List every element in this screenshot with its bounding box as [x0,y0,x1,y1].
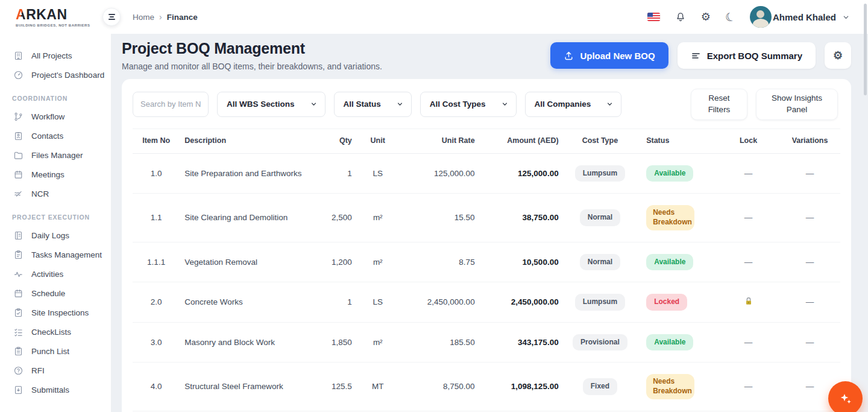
sidebar-item-daily-logs[interactable]: Daily Logs [0,226,111,245]
sidebar-item-label: Schedule [31,289,65,298]
breadcrumb-home[interactable]: Home [133,13,154,22]
cell-cost-type: Fixed [564,363,637,411]
list-checks-icon [13,327,24,337]
cell-lock: — [717,242,779,282]
cell-description: Site Preparation and Earthworks [180,153,313,194]
cell-description: Masonry and Block Work [180,322,313,363]
user-menu[interactable]: Ahmed Khaled [750,6,850,28]
table-row[interactable]: 1.1Site Clearing and Demolition2,500m²15… [133,194,840,242]
cell-lock: — [717,153,779,194]
sidebar-item-projects-dashboard[interactable]: Project's Dashboard [0,65,111,84]
folder-icon [13,150,24,160]
cell-qty: 2,500 [313,194,357,242]
show-insights-panel-button[interactable]: Show Insights Panel [756,89,838,120]
select-value: All Cost Types [430,100,486,109]
wbs-sections-filter[interactable]: All WBS Sections [217,92,326,117]
pulse-icon [13,269,24,279]
sidebar-item-workflow[interactable]: Workflow [0,107,111,126]
sidebar-item-submittals[interactable]: Submittals [0,380,111,399]
status-filter[interactable]: All Status [334,92,412,117]
sidebar-item-checklists[interactable]: CheckLists [0,322,111,341]
select-value: All Status [344,100,381,109]
sidebar-item-label: Site Inspections [31,308,89,317]
cell-qty: 1,200 [313,242,357,282]
page-title: Project BOQ Management [122,40,382,57]
table-row[interactable]: 3.0Masonry and Block Work1,850m²185.5034… [133,322,840,363]
moon-icon[interactable]: ☾ [725,11,735,23]
sidebar-item-label: Project's Dashboard [31,71,104,80]
sidebar-item-punch-list[interactable]: Punch List [0,341,111,361]
bell-icon[interactable] [675,11,687,23]
window-scrollbar[interactable] [864,4,867,95]
cell-unit-rate: 2,450,000.00 [399,282,480,323]
cell-status: Available [637,322,717,363]
workflow-branch-icon [13,112,24,122]
select-value: All Companies [535,100,591,109]
search-input[interactable] [133,92,209,117]
sidebar-item-files-manager[interactable]: Files Manager [0,145,111,165]
sidebar-item-rfi[interactable]: RFI [0,361,111,380]
cell-variations: — [779,194,840,242]
cell-unit: m² [357,322,399,363]
status-badge: Available [646,165,693,182]
table-row[interactable]: 2.0Concrete Works1LS2,450,000.002,450,00… [133,282,840,323]
reset-filters-button[interactable]: Reset Filters [691,89,747,120]
table-row[interactable]: 4.0Structural Steel Framework125.5MT8,75… [133,363,840,411]
calendar-icon [13,170,24,180]
filter-bar: All WBS Sections All Status All Cost Typ… [122,79,851,128]
sidebar-section-coordination: COORDINATION [12,95,111,102]
column-header: Amount (AED) [480,128,564,153]
column-header: Description [180,128,313,153]
sidebar-item-label: CheckLists [31,328,71,337]
align-left-icon [691,51,701,61]
cell-item-no: 1.1 [133,194,180,242]
cell-status: Needs Breakdown [637,363,717,411]
export-boq-summary-button[interactable]: Export BOQ Summary [678,42,816,69]
sidebar-item-contacts[interactable]: Contacts [0,126,111,145]
sidebar-item-tasks-management[interactable]: Tasks Management [0,245,111,264]
cell-cost-type: Normal [564,242,637,282]
language-flag-icon[interactable] [647,13,660,21]
sidebar-item-label: RFI [31,366,45,375]
chevron-down-icon [397,101,403,107]
cost-types-filter[interactable]: All Cost Types [420,92,517,117]
sidebar-item-site-inspections[interactable]: Site Inspections [0,303,111,322]
cell-variations: — [779,242,840,282]
sidebar-item-label: Punch List [31,347,69,356]
cell-cost-type: Lumpsum [564,153,637,194]
notebook-icon [13,230,24,241]
cell-amount: 2,450,000.00 [480,282,564,323]
sidebar-toggle-button[interactable] [102,8,121,26]
companies-filter[interactable]: All Companies [525,92,622,117]
table-row[interactable]: 1.0Site Preparation and Earthworks1LS125… [133,153,840,194]
user-name: Ahmed Khaled [773,12,836,22]
boq-table: Item No Description Qty Unit Unit Rate A… [133,128,840,412]
cost-type-badge: Normal [580,209,620,226]
status-badge: Needs Breakdown [646,205,694,230]
cost-type-badge: Lumpsum [575,294,625,311]
cell-qty: 1 [313,282,357,323]
status-badge: Needs Breakdown [646,374,694,399]
boq-table-body: 1.0Site Preparation and Earthworks1LS125… [133,153,840,412]
ai-assistant-fab[interactable] [828,381,863,412]
boq-settings-button[interactable]: ⚙ [825,42,851,69]
lock-icon [744,296,753,306]
sidebar-item-ncr[interactable]: NCR [0,184,111,203]
sidebar-item-activities[interactable]: Activities [0,264,111,284]
upload-new-boq-button[interactable]: Upload New BOQ [550,42,668,69]
gear-icon: ⚙ [833,49,843,62]
sidebar-item-label: Files Manager [31,151,83,160]
gear-icon[interactable]: ⚙ [701,11,711,22]
sidebar-item-schedule[interactable]: Schedule [0,284,111,303]
sidebar-item-label: All Projects [31,51,72,60]
building-icon [13,51,24,61]
status-badge: Available [646,334,693,351]
cell-description: Vegetation Removal [180,242,313,282]
boq-table-wrap: Item No Description Qty Unit Unit Rate A… [122,128,851,412]
cell-status: Available [637,153,717,194]
sidebar-item-meetings[interactable]: Meetings [0,165,111,184]
sidebar-item-all-projects[interactable]: All Projects [0,46,111,65]
cell-unit-rate: 8,750.00 [399,363,480,411]
table-row[interactable]: 1.1.1Vegetation Removal1,200m²8.7510,500… [133,242,840,282]
file-submit-icon [13,385,24,395]
